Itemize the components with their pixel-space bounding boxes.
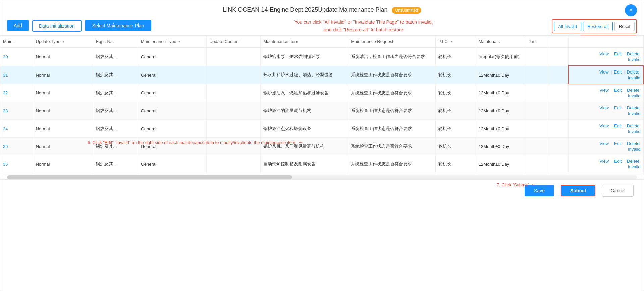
row-update-content: [206, 120, 260, 138]
row-update-type: Normal: [33, 84, 93, 102]
row-id[interactable]: 32: [0, 84, 33, 102]
row-maint-request: 系统清洁，检查工作压力是否符合要求: [348, 48, 436, 66]
table-row: 36 Normal 锅炉及其... General 自动锅炉控制箱及附属设备 系…: [0, 155, 643, 173]
delete-button[interactable]: Delete: [627, 105, 640, 110]
close-button[interactable]: ×: [625, 4, 637, 16]
row-id[interactable]: 31: [0, 66, 33, 84]
status-badge: Unsubmitted: [392, 7, 421, 14]
tooltip-line1: You can click "All Invalid" or "Invalida…: [294, 18, 433, 26]
row-jan: [526, 155, 548, 173]
toolbar: Add Data Initialization Select Maintenan…: [0, 17, 644, 35]
invalid-button[interactable]: Invalid: [571, 147, 641, 152]
submit-button[interactable]: Submit: [561, 185, 595, 196]
delete-button[interactable]: Delete: [627, 69, 639, 75]
pic-dropdown-icon: ▼: [450, 40, 453, 43]
row-id[interactable]: 33: [0, 102, 33, 120]
invalid-button[interactable]: Invalid: [571, 129, 641, 134]
row-id[interactable]: 34: [0, 120, 33, 138]
invalid-button[interactable]: Invalid: [571, 57, 641, 62]
footer-hint-arrow-icon: ←: [531, 182, 536, 188]
row-maint-request: 系统检查工作状态是否符合要求: [348, 66, 436, 84]
edit-button[interactable]: Edit: [614, 123, 622, 128]
row-id[interactable]: 35: [0, 138, 33, 155]
invalid-button[interactable]: Invalid: [571, 111, 641, 116]
row-maint-type: General: [138, 48, 206, 66]
all-invalid-button[interactable]: All Invalid: [554, 22, 582, 31]
view-button[interactable]: View: [599, 51, 609, 56]
batch-top-buttons: All Invalid Restore-all Reset: [552, 19, 637, 33]
row-maint-item: 自动锅炉控制箱及附属设备: [261, 155, 348, 173]
view-button[interactable]: View: [599, 105, 609, 110]
col-header-maint-type[interactable]: Maintenance Type ▼: [138, 36, 206, 48]
row-eqpt: 锅炉及其...: [93, 48, 138, 66]
delete-button[interactable]: Delete: [627, 123, 640, 128]
tooltip-line2: and click "Restore-all" to batch restore: [294, 26, 433, 33]
edit-button[interactable]: Edit: [614, 88, 622, 93]
row-extra: [548, 138, 568, 155]
view-button[interactable]: View: [599, 69, 609, 75]
select-maintenance-plan-button[interactable]: Select Maintenance Plan: [85, 20, 152, 31]
row-jan: [526, 66, 548, 84]
col-header-eqpt: Eqpt. Na.: [93, 36, 138, 48]
update-type-dropdown-icon: ▼: [62, 40, 65, 43]
row-pic: 轮机长: [436, 155, 476, 173]
row-maint-type: General: [138, 102, 206, 120]
data-initialization-button[interactable]: Data Initialization: [32, 20, 82, 32]
delete-button[interactable]: Delete: [627, 88, 640, 93]
edit-button[interactable]: Edit: [614, 105, 622, 110]
row-update-content: [206, 84, 260, 102]
footer: 7. Click "Submit" ← Save Submit Cancel: [0, 179, 644, 202]
row-maint-item: 锅炉风机、风门和风量调节机构: [261, 138, 348, 155]
view-button[interactable]: View: [599, 123, 609, 128]
delete-button[interactable]: Delete: [627, 159, 640, 164]
edit-button[interactable]: Edit: [614, 51, 622, 56]
row-eqpt: 锅炉及其...: [93, 66, 138, 84]
row-pic: 轮机长: [436, 102, 476, 120]
delete-button[interactable]: Delete: [627, 51, 640, 56]
row-maint-item: 锅炉燃油泵、燃油加热和过滤设备: [261, 84, 348, 102]
row-maint-request: 系统检查工作状态是否符合要求: [348, 120, 436, 138]
invalid-button[interactable]: Invalid: [571, 164, 641, 169]
row-maintenance: 12Month±0 Day: [476, 138, 526, 155]
pic-filter[interactable]: P.I.C. ▼: [438, 39, 453, 44]
row-update-type: Normal: [33, 155, 93, 173]
row-id[interactable]: 36: [0, 155, 33, 173]
scrollbar-thumb[interactable]: [7, 175, 292, 179]
view-button[interactable]: View: [599, 141, 609, 146]
row-extra: [548, 66, 568, 84]
modal-header: LINK OCEAN 14-Engine Dept.2025Update Mai…: [0, 0, 644, 17]
add-button[interactable]: Add: [7, 20, 29, 31]
horizontal-scrollbar[interactable]: [7, 175, 637, 179]
row-eqpt: 锅炉及其...: [93, 120, 138, 138]
cancel-button[interactable]: Cancel: [602, 185, 634, 197]
reset-button[interactable]: Reset: [614, 22, 635, 31]
maint-type-filter[interactable]: Maintenance Type ▼: [141, 39, 181, 44]
maint-type-dropdown-icon: ▼: [178, 40, 181, 43]
update-type-filter[interactable]: Update Type ▼: [36, 39, 65, 44]
row-jan: [526, 48, 548, 66]
row-maint-request: 系统检查工作状态是否符合要求: [348, 155, 436, 173]
row-jan: [526, 120, 548, 138]
view-button[interactable]: View: [599, 88, 609, 93]
edit-button[interactable]: Edit: [614, 69, 621, 75]
row-pic: 轮机长: [436, 120, 476, 138]
row-eqpt: 锅炉及其...: [93, 84, 138, 102]
row-id[interactable]: 30: [0, 48, 33, 66]
row-extra: [548, 84, 568, 102]
footer-hint-area: 7. Click "Submit" ←: [497, 182, 536, 188]
edit-button[interactable]: Edit: [614, 141, 622, 146]
restore-all-button[interactable]: Restore-all: [583, 22, 613, 31]
maintenance-table: Maint. Update Type ▼ Eqpt. Na. Maintenan…: [0, 35, 644, 173]
invalid-button[interactable]: Invalid: [571, 93, 641, 98]
invalid-button[interactable]: Invalid: [571, 75, 640, 80]
row-update-content: [206, 48, 260, 66]
edit-button[interactable]: Edit: [614, 159, 622, 164]
col-header-update-type[interactable]: Update Type ▼: [33, 36, 93, 48]
row-maint-type: General: [138, 84, 206, 102]
delete-button[interactable]: Delete: [627, 141, 640, 146]
row-actions: View | Edit | Delete Invalid: [568, 120, 643, 138]
col-header-pic[interactable]: P.I.C. ▼: [436, 36, 476, 48]
row-actions: View | Edit | Delete Invalid: [568, 138, 643, 155]
table-row: 33 Normal 锅炉及其... General 锅炉燃油的油量调节机构 系统…: [0, 102, 643, 120]
view-button[interactable]: View: [599, 159, 609, 164]
